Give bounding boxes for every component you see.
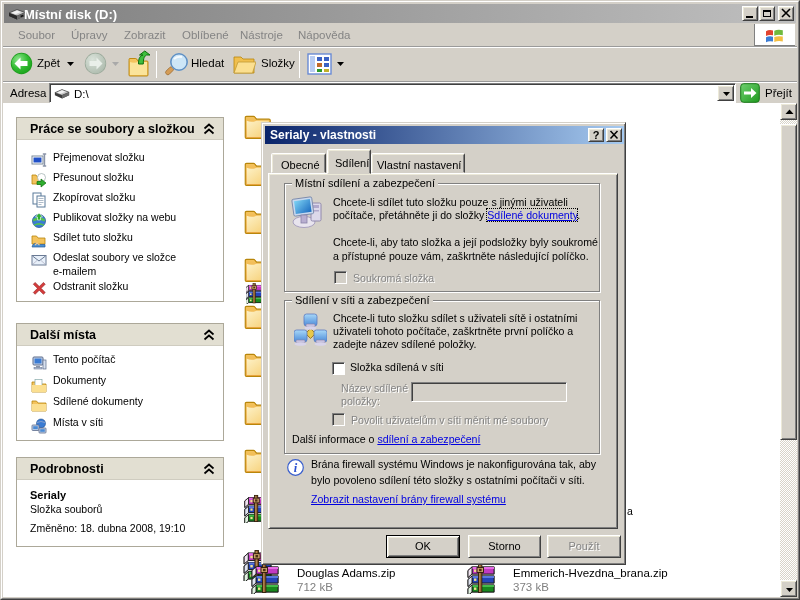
svg-text:i: i (294, 461, 298, 475)
